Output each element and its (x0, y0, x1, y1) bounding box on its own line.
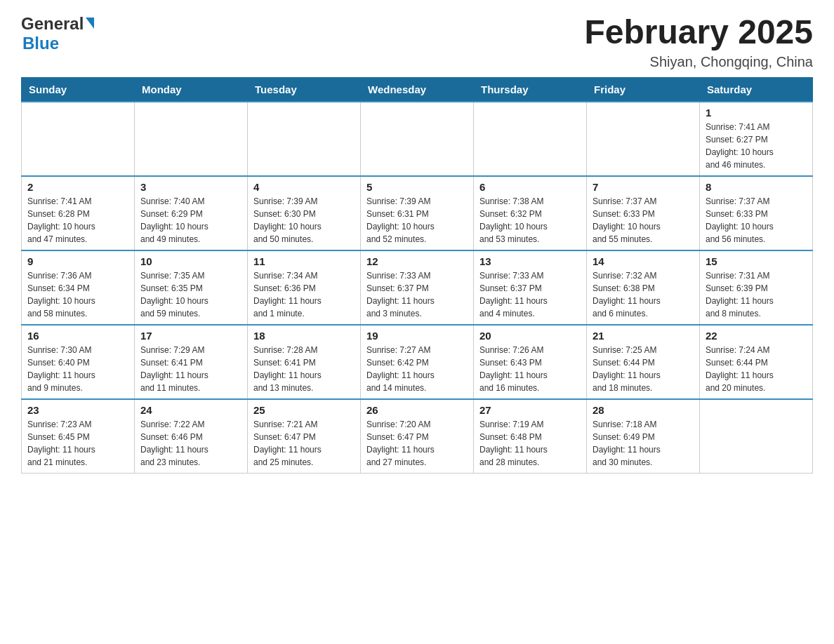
day-info: Sunrise: 7:41 AM Sunset: 6:28 PM Dayligh… (27, 195, 128, 246)
day-info: Sunrise: 7:38 AM Sunset: 6:32 PM Dayligh… (479, 195, 581, 246)
day-info: Sunrise: 7:41 AM Sunset: 6:27 PM Dayligh… (706, 121, 807, 171)
location-text: Shiyan, Chongqing, China (584, 54, 813, 70)
day-number: 11 (253, 255, 355, 267)
calendar-cell: 28Sunrise: 7:18 AM Sunset: 6:49 PM Dayli… (587, 399, 700, 474)
weekday-header-thursday: Thursday (474, 77, 587, 102)
calendar-cell (474, 102, 587, 176)
calendar-cell: 11Sunrise: 7:34 AM Sunset: 6:36 PM Dayli… (248, 250, 361, 325)
day-info: Sunrise: 7:22 AM Sunset: 6:46 PM Dayligh… (140, 418, 241, 469)
calendar-cell: 27Sunrise: 7:19 AM Sunset: 6:48 PM Dayli… (474, 399, 587, 474)
calendar-cell: 26Sunrise: 7:20 AM Sunset: 6:47 PM Dayli… (361, 399, 474, 474)
day-number: 3 (140, 181, 241, 193)
calendar-cell: 12Sunrise: 7:33 AM Sunset: 6:37 PM Dayli… (361, 250, 474, 325)
month-title: February 2025 (584, 14, 813, 51)
day-info: Sunrise: 7:27 AM Sunset: 6:42 PM Dayligh… (366, 344, 468, 394)
day-number: 22 (706, 330, 807, 342)
day-number: 2 (27, 181, 128, 193)
day-number: 18 (253, 330, 355, 342)
day-info: Sunrise: 7:35 AM Sunset: 6:35 PM Dayligh… (140, 269, 241, 320)
day-number: 9 (27, 255, 128, 267)
calendar-cell: 6Sunrise: 7:38 AM Sunset: 6:32 PM Daylig… (474, 176, 587, 250)
calendar-cell: 4Sunrise: 7:39 AM Sunset: 6:30 PM Daylig… (248, 176, 361, 250)
day-number: 21 (593, 330, 694, 342)
day-info: Sunrise: 7:39 AM Sunset: 6:30 PM Dayligh… (253, 195, 355, 246)
week-row-3: 9Sunrise: 7:36 AM Sunset: 6:34 PM Daylig… (22, 250, 813, 325)
calendar-cell (22, 102, 135, 176)
day-info: Sunrise: 7:29 AM Sunset: 6:41 PM Dayligh… (140, 344, 241, 394)
day-info: Sunrise: 7:37 AM Sunset: 6:33 PM Dayligh… (706, 195, 807, 246)
calendar-cell: 3Sunrise: 7:40 AM Sunset: 6:29 PM Daylig… (135, 176, 248, 250)
day-info: Sunrise: 7:37 AM Sunset: 6:33 PM Dayligh… (593, 195, 694, 246)
day-info: Sunrise: 7:20 AM Sunset: 6:47 PM Dayligh… (366, 418, 468, 469)
weekday-header-wednesday: Wednesday (361, 77, 474, 102)
calendar-cell: 7Sunrise: 7:37 AM Sunset: 6:33 PM Daylig… (587, 176, 700, 250)
day-number: 10 (140, 255, 241, 267)
calendar-cell: 14Sunrise: 7:32 AM Sunset: 6:38 PM Dayli… (587, 250, 700, 325)
calendar-table: SundayMondayTuesdayWednesdayThursdayFrid… (21, 77, 813, 474)
calendar-cell: 9Sunrise: 7:36 AM Sunset: 6:34 PM Daylig… (22, 250, 135, 325)
day-info: Sunrise: 7:19 AM Sunset: 6:48 PM Dayligh… (479, 418, 581, 469)
calendar-cell: 25Sunrise: 7:21 AM Sunset: 6:47 PM Dayli… (248, 399, 361, 474)
logo-triangle-icon (86, 18, 94, 29)
day-number: 20 (479, 330, 581, 342)
calendar-cell (587, 102, 700, 176)
day-info: Sunrise: 7:36 AM Sunset: 6:34 PM Dayligh… (27, 269, 128, 320)
day-info: Sunrise: 7:26 AM Sunset: 6:43 PM Dayligh… (479, 344, 581, 394)
calendar-cell: 10Sunrise: 7:35 AM Sunset: 6:35 PM Dayli… (135, 250, 248, 325)
week-row-1: 1Sunrise: 7:41 AM Sunset: 6:27 PM Daylig… (22, 102, 813, 176)
calendar-cell (248, 102, 361, 176)
day-info: Sunrise: 7:25 AM Sunset: 6:44 PM Dayligh… (593, 344, 694, 394)
week-row-5: 23Sunrise: 7:23 AM Sunset: 6:45 PM Dayli… (22, 399, 813, 474)
day-number: 14 (593, 255, 694, 267)
day-number: 16 (27, 330, 128, 342)
day-number: 4 (253, 181, 355, 193)
day-number: 26 (366, 404, 468, 416)
week-row-4: 16Sunrise: 7:30 AM Sunset: 6:40 PM Dayli… (22, 325, 813, 399)
day-number: 27 (479, 404, 581, 416)
day-info: Sunrise: 7:21 AM Sunset: 6:47 PM Dayligh… (253, 418, 355, 469)
day-number: 8 (706, 181, 807, 193)
day-info: Sunrise: 7:33 AM Sunset: 6:37 PM Dayligh… (366, 269, 468, 320)
weekday-header-row: SundayMondayTuesdayWednesdayThursdayFrid… (22, 77, 813, 102)
title-block: February 2025 Shiyan, Chongqing, China (584, 14, 813, 70)
calendar-cell: 13Sunrise: 7:33 AM Sunset: 6:37 PM Dayli… (474, 250, 587, 325)
calendar-cell: 21Sunrise: 7:25 AM Sunset: 6:44 PM Dayli… (587, 325, 700, 399)
logo-blue-text: Blue (22, 34, 59, 53)
calendar-cell: 17Sunrise: 7:29 AM Sunset: 6:41 PM Dayli… (135, 325, 248, 399)
day-info: Sunrise: 7:30 AM Sunset: 6:40 PM Dayligh… (27, 344, 128, 394)
weekday-header-sunday: Sunday (22, 77, 135, 102)
calendar-cell: 2Sunrise: 7:41 AM Sunset: 6:28 PM Daylig… (22, 176, 135, 250)
day-number: 12 (366, 255, 468, 267)
day-number: 1 (706, 107, 807, 119)
weekday-header-saturday: Saturday (700, 77, 813, 102)
calendar-cell (361, 102, 474, 176)
day-number: 6 (479, 181, 581, 193)
calendar-cell: 22Sunrise: 7:24 AM Sunset: 6:44 PM Dayli… (700, 325, 813, 399)
day-info: Sunrise: 7:39 AM Sunset: 6:31 PM Dayligh… (366, 195, 468, 246)
calendar-cell (700, 399, 813, 474)
day-info: Sunrise: 7:18 AM Sunset: 6:49 PM Dayligh… (593, 418, 694, 469)
day-info: Sunrise: 7:31 AM Sunset: 6:39 PM Dayligh… (706, 269, 807, 320)
calendar-cell: 24Sunrise: 7:22 AM Sunset: 6:46 PM Dayli… (135, 399, 248, 474)
day-number: 19 (366, 330, 468, 342)
page-header: General Blue February 2025 Shiyan, Chong… (21, 14, 813, 70)
weekday-header-friday: Friday (587, 77, 700, 102)
day-number: 25 (253, 404, 355, 416)
logo-general-text: General (21, 14, 84, 34)
day-number: 15 (706, 255, 807, 267)
logo: General Blue (21, 14, 94, 53)
week-row-2: 2Sunrise: 7:41 AM Sunset: 6:28 PM Daylig… (22, 176, 813, 250)
calendar-cell: 16Sunrise: 7:30 AM Sunset: 6:40 PM Dayli… (22, 325, 135, 399)
day-number: 28 (593, 404, 694, 416)
calendar-cell: 8Sunrise: 7:37 AM Sunset: 6:33 PM Daylig… (700, 176, 813, 250)
day-number: 23 (27, 404, 128, 416)
day-number: 17 (140, 330, 241, 342)
day-info: Sunrise: 7:32 AM Sunset: 6:38 PM Dayligh… (593, 269, 694, 320)
day-number: 24 (140, 404, 241, 416)
calendar-cell: 18Sunrise: 7:28 AM Sunset: 6:41 PM Dayli… (248, 325, 361, 399)
weekday-header-tuesday: Tuesday (248, 77, 361, 102)
day-info: Sunrise: 7:23 AM Sunset: 6:45 PM Dayligh… (27, 418, 128, 469)
day-number: 5 (366, 181, 468, 193)
calendar-cell (135, 102, 248, 176)
day-info: Sunrise: 7:34 AM Sunset: 6:36 PM Dayligh… (253, 269, 355, 320)
